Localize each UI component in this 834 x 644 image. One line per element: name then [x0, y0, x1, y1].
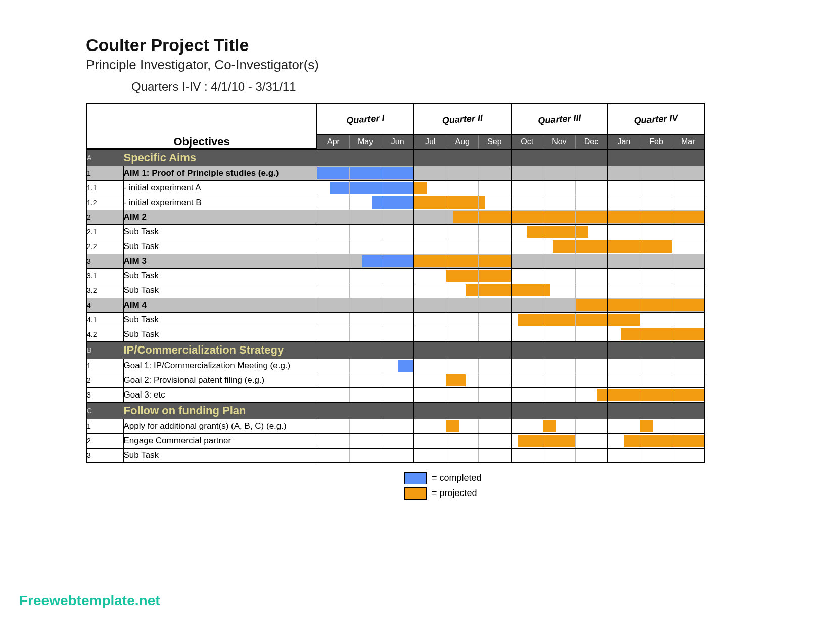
- gantt-cell: [608, 298, 640, 312]
- quarter-header: Quarter II: [413, 100, 512, 138]
- gantt-bar-projected: [446, 196, 478, 209]
- gantt-cell: [382, 312, 414, 327]
- gantt-cell: [479, 268, 511, 283]
- gantt-cell: [349, 180, 382, 195]
- gantt-cell: [382, 358, 414, 373]
- gantt-cell: [317, 419, 349, 433]
- row-name: - initial experiment A: [123, 180, 317, 195]
- gantt-cell: [608, 149, 640, 166]
- gantt-cell: [575, 195, 608, 210]
- row-name: - initial experiment B: [123, 195, 317, 210]
- gantt-cell: [543, 312, 575, 327]
- gantt-bar-projected: [640, 240, 672, 253]
- gantt-bar-projected: [553, 240, 575, 253]
- gantt-bar-completed: [350, 182, 382, 194]
- gantt-cell: [543, 327, 575, 341]
- gantt-bar-projected: [576, 240, 607, 253]
- gantt-bar-completed: [350, 167, 382, 179]
- gantt-cell: [511, 358, 543, 373]
- gantt-cell: [543, 224, 575, 239]
- gantt-bar-projected: [608, 211, 639, 223]
- gantt-cell: [446, 166, 479, 180]
- gantt-bar-projected: [543, 211, 575, 223]
- gantt-cell: [672, 195, 705, 210]
- gantt-cell: [414, 358, 446, 373]
- gantt-cell: [672, 166, 705, 180]
- gantt-cell: [349, 298, 382, 312]
- gantt-cell: [479, 298, 511, 312]
- gantt-bar-projected: [672, 328, 704, 340]
- gantt-cell: [640, 402, 672, 419]
- gantt-bar-projected: [512, 211, 543, 223]
- gantt-cell: [575, 224, 608, 239]
- gantt-bar-projected: [527, 226, 543, 238]
- gantt-bar-projected: [640, 435, 672, 447]
- gantt-cell: [608, 180, 640, 195]
- gantt-cell: [414, 373, 446, 387]
- gantt-cell: [640, 341, 672, 358]
- gantt-bar-projected: [624, 435, 639, 447]
- gantt-cell: [640, 254, 672, 268]
- gantt-cell: [608, 224, 640, 239]
- row-name: AIM 1: Proof of Principle studies (e.g.): [123, 166, 317, 180]
- gantt-bar-projected: [479, 211, 510, 223]
- gantt-bar-projected: [446, 270, 478, 282]
- gantt-cell: [543, 402, 575, 419]
- gantt-bar-projected: [446, 374, 466, 386]
- gantt-cell: [446, 312, 479, 327]
- gantt-cell: [479, 283, 511, 298]
- gantt-cell: [543, 254, 575, 268]
- gantt-cell: [382, 327, 414, 341]
- row-id: 3.1: [86, 268, 123, 283]
- gantt-bar-projected: [518, 314, 543, 326]
- row-name: Sub Task: [123, 224, 317, 239]
- gantt-cell: [575, 448, 608, 463]
- section-id: A: [86, 149, 123, 166]
- row-id: 4: [86, 298, 123, 312]
- row-id: 2.2: [86, 239, 123, 254]
- gantt-cell: [575, 373, 608, 387]
- objectives-header: Objectives: [86, 104, 317, 149]
- gantt-cell: [382, 419, 414, 433]
- row-id: 2: [86, 433, 123, 448]
- gantt-cell: [608, 433, 640, 448]
- gantt-cell: [446, 298, 479, 312]
- gantt-cell: [446, 283, 479, 298]
- gantt-cell: [479, 166, 511, 180]
- gantt-cell: [317, 268, 349, 283]
- gantt-bar-completed: [382, 167, 413, 179]
- gantt-cell: [349, 254, 382, 268]
- gantt-cell: [672, 254, 705, 268]
- gantt-cell: [349, 358, 382, 373]
- gantt-cell: [414, 210, 446, 224]
- gantt-cell: [446, 239, 479, 254]
- gantt-cell: [640, 283, 672, 298]
- gantt-cell: [446, 448, 479, 463]
- gantt-cell: [317, 358, 349, 373]
- gantt-cell: [511, 402, 543, 419]
- gantt-bar-projected: [640, 389, 672, 401]
- gantt-cell: [317, 341, 349, 358]
- gantt-cell: [446, 387, 479, 402]
- gantt-cell: [349, 224, 382, 239]
- section-header: Specific Aims: [123, 149, 317, 166]
- gantt-cell: [511, 298, 543, 312]
- gantt-bar-projected: [608, 240, 639, 253]
- gantt-cell: [672, 298, 705, 312]
- gantt-cell: [349, 402, 382, 419]
- gantt-cell: [317, 312, 349, 327]
- gantt-cell: [317, 254, 349, 268]
- gantt-cell: [543, 387, 575, 402]
- gantt-cell: [511, 224, 543, 239]
- gantt-cell: [575, 402, 608, 419]
- gantt-cell: [382, 239, 414, 254]
- gantt-cell: [511, 195, 543, 210]
- row-name: AIM 2: [123, 210, 317, 224]
- gantt-bar-projected: [543, 314, 575, 326]
- row-name: Sub Task: [123, 312, 317, 327]
- gantt-bar-projected: [576, 226, 588, 238]
- gantt-cell: [414, 341, 446, 358]
- gantt-cell: [511, 327, 543, 341]
- gantt-cell: [608, 268, 640, 283]
- gantt-bar-projected: [576, 314, 607, 326]
